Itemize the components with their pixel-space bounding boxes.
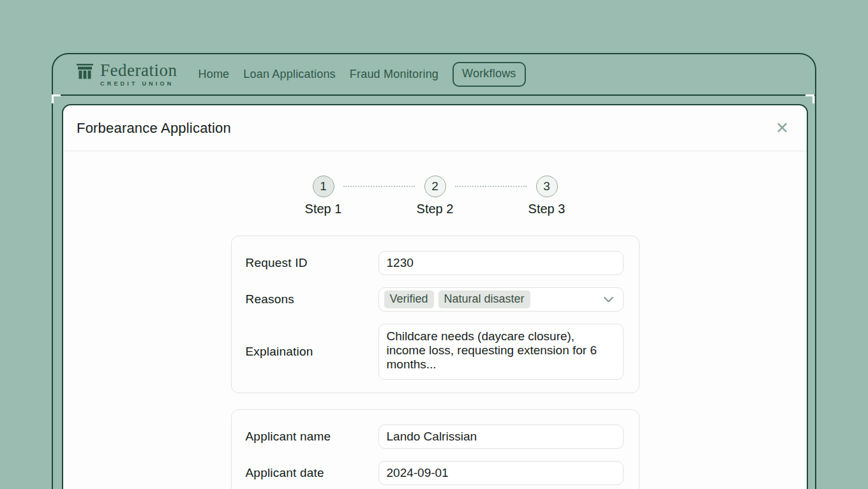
nav-links: Home Loan Applications Fraud Monitoring … bbox=[198, 62, 525, 87]
stepper: 1 Step 1 2 Step 2 3 Step 3 bbox=[267, 176, 602, 216]
modal-body: 1 Step 1 2 Step 2 3 Step 3 Request ID bbox=[63, 176, 807, 489]
corner-bracket-right bbox=[805, 94, 814, 103]
step-1-circle[interactable]: 1 bbox=[313, 176, 334, 197]
bank-icon bbox=[76, 62, 94, 81]
applicant-date-label: Applicant date bbox=[246, 466, 378, 480]
explaination-row: Explaination Childcare needs (daycare cl… bbox=[246, 324, 624, 380]
applicant-date-row: Applicant date bbox=[246, 461, 624, 485]
applicant-date-input[interactable] bbox=[378, 461, 624, 485]
brand-tagline: CREDIT UNION bbox=[100, 80, 177, 87]
stepper-connector-2 bbox=[455, 186, 527, 187]
step-3-circle[interactable]: 3 bbox=[536, 176, 558, 197]
explaination-label: Explaination bbox=[246, 345, 378, 359]
brand-name: Federation bbox=[100, 62, 177, 79]
applicant-name-row: Applicant name bbox=[246, 425, 624, 449]
reasons-select[interactable]: Verified Natural disaster bbox=[378, 287, 624, 312]
step-3[interactable]: 3 Step 3 bbox=[491, 176, 602, 216]
step-2-label: Step 2 bbox=[417, 202, 454, 216]
explaination-textarea[interactable]: Childcare needs (daycare closure), incom… bbox=[378, 324, 624, 380]
reasons-label: Reasons bbox=[246, 292, 378, 306]
stepper-connector-1 bbox=[343, 186, 415, 187]
step-2-circle[interactable]: 2 bbox=[424, 176, 446, 197]
stepper-row: 1 Step 1 2 Step 2 3 Step 3 bbox=[267, 176, 602, 216]
request-id-row: Request ID bbox=[246, 251, 624, 275]
corner-bracket-left bbox=[52, 94, 61, 103]
step-1[interactable]: 1 Step 1 bbox=[267, 176, 379, 216]
forbearance-modal: Forbearance Application ✕ 1 Step 1 2 Ste… bbox=[62, 104, 808, 489]
reason-tag-natural-disaster: Natural disaster bbox=[438, 290, 530, 308]
request-id-label: Request ID bbox=[246, 256, 378, 270]
step-3-label: Step 3 bbox=[528, 202, 565, 216]
nav-item-loan-applications[interactable]: Loan Applications bbox=[243, 68, 336, 81]
request-id-input[interactable] bbox=[378, 251, 624, 275]
request-details-card: Request ID Reasons Verified Natural disa… bbox=[231, 236, 640, 393]
close-icon[interactable]: ✕ bbox=[775, 120, 789, 136]
nav-item-fraud-monitoring[interactable]: Fraud Monitoring bbox=[350, 68, 438, 81]
nav-item-workflows[interactable]: Workflows bbox=[453, 62, 525, 87]
step-2[interactable]: 2 Step 2 bbox=[379, 176, 491, 216]
navbar: Federation CREDIT UNION Home Loan Applic… bbox=[53, 54, 815, 96]
chevron-down-icon bbox=[603, 296, 614, 303]
modal-header: Forbearance Application ✕ bbox=[63, 105, 807, 151]
brand-logo: Federation CREDIT UNION bbox=[76, 62, 177, 87]
brand-text: Federation CREDIT UNION bbox=[100, 62, 177, 87]
applicant-name-input[interactable] bbox=[378, 425, 624, 449]
reason-tag-verified: Verified bbox=[384, 290, 434, 308]
step-1-label: Step 1 bbox=[305, 202, 342, 216]
reasons-row: Reasons Verified Natural disaster bbox=[246, 287, 624, 312]
page-title: Forbearance Application bbox=[77, 120, 231, 137]
applicant-card: Applicant name Applicant date bbox=[231, 409, 640, 489]
applicant-name-label: Applicant name bbox=[246, 430, 378, 444]
nav-item-home[interactable]: Home bbox=[198, 68, 229, 81]
